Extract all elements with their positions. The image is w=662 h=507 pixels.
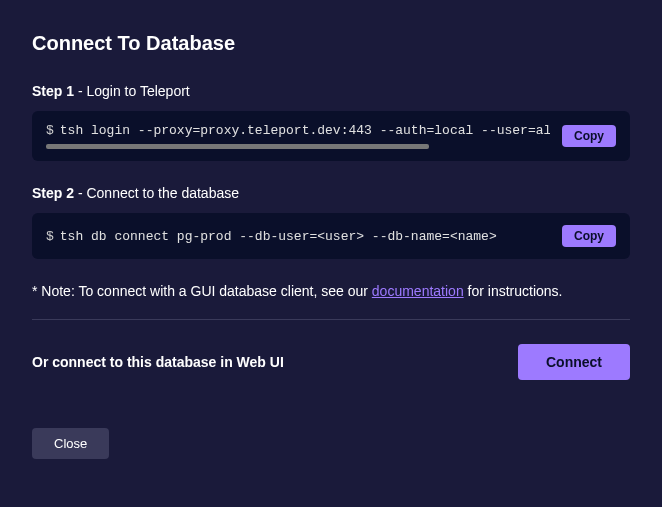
- step2-code-content: $tsh db connect pg-prod --db-user=<user>…: [46, 229, 550, 244]
- step1-scrollbar-thumb[interactable]: [46, 144, 429, 149]
- step2-command-line: $tsh db connect pg-prod --db-user=<user>…: [46, 229, 550, 244]
- step1-copy-button[interactable]: Copy: [562, 125, 616, 147]
- step1-command: tsh login --proxy=proxy.teleport.dev:443…: [60, 123, 550, 138]
- divider: [32, 319, 630, 320]
- step1-label-bold: Step 1: [32, 83, 74, 99]
- step1-command-line: $tsh login --proxy=proxy.teleport.dev:44…: [46, 123, 550, 138]
- step1-scrollbar[interactable]: [46, 144, 550, 149]
- step1-prompt: $: [46, 123, 54, 138]
- step1-code-content: $tsh login --proxy=proxy.teleport.dev:44…: [46, 123, 550, 149]
- step1-label: Step 1 - Login to Teleport: [32, 83, 630, 99]
- step2-copy-button[interactable]: Copy: [562, 225, 616, 247]
- step1-label-rest: - Login to Teleport: [74, 83, 190, 99]
- dialog-title: Connect To Database: [32, 32, 630, 55]
- connect-button[interactable]: Connect: [518, 344, 630, 380]
- documentation-link[interactable]: documentation: [372, 283, 464, 299]
- step2-prompt: $: [46, 229, 54, 244]
- step2-code-block: $tsh db connect pg-prod --db-user=<user>…: [32, 213, 630, 259]
- step2-label: Step 2 - Connect to the database: [32, 185, 630, 201]
- webui-label: Or connect to this database in Web UI: [32, 354, 284, 370]
- step2-command: tsh db connect pg-prod --db-user=<user> …: [60, 229, 497, 244]
- note-suffix: for instructions.: [464, 283, 563, 299]
- note-text: * Note: To connect with a GUI database c…: [32, 283, 630, 299]
- step2-label-rest: - Connect to the database: [74, 185, 239, 201]
- webui-row: Or connect to this database in Web UI Co…: [32, 344, 630, 380]
- close-button[interactable]: Close: [32, 428, 109, 459]
- step2-label-bold: Step 2: [32, 185, 74, 201]
- note-prefix: * Note: To connect with a GUI database c…: [32, 283, 372, 299]
- step1-code-block: $tsh login --proxy=proxy.teleport.dev:44…: [32, 111, 630, 161]
